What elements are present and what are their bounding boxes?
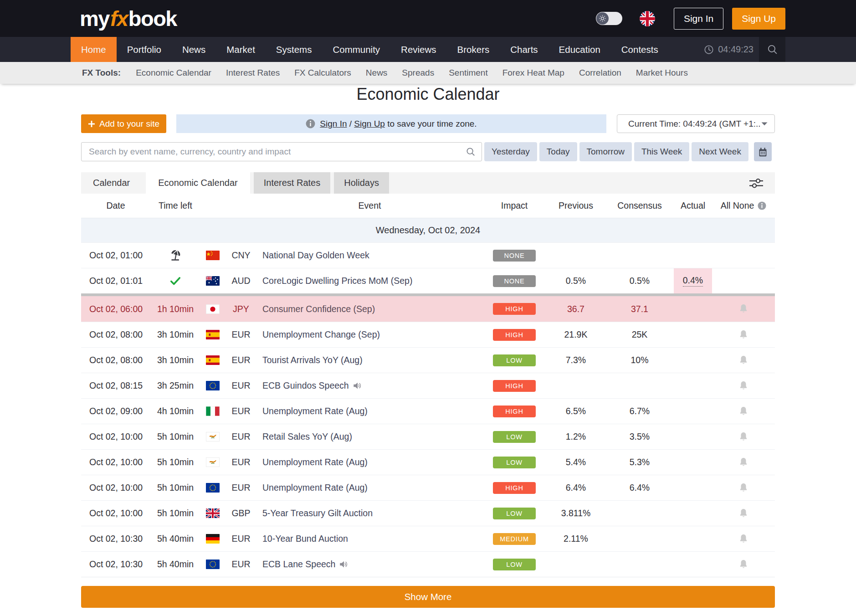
event-date: Oct 02, 10:00 <box>81 457 150 467</box>
impact-badge: HIGH <box>493 329 536 341</box>
impact-badge: NONE <box>493 275 536 287</box>
fx-tools-link-correlation[interactable]: Correlation <box>579 68 621 77</box>
banner-sign-up-link[interactable]: Sign Up <box>354 119 385 128</box>
nav-search-button[interactable] <box>759 37 785 62</box>
main-nav: HomePortfolioNewsMarketSystemsCommunityR… <box>0 37 856 62</box>
event-bell[interactable] <box>712 483 775 493</box>
event-time-left-label: 5h 40min <box>157 559 194 570</box>
sign-up-button[interactable]: Sign Up <box>732 8 785 30</box>
event-name[interactable]: Unemployment Rate (Aug) <box>257 406 482 416</box>
event-name-label: ECB Lane Speech <box>262 559 335 570</box>
timezone-select[interactable]: Current Time: 04:49:24 (GMT +1:... <box>617 114 775 133</box>
event-time-left: 5h 40min <box>150 559 200 570</box>
country-flag-jp <box>200 304 225 314</box>
info-icon <box>758 201 766 210</box>
event-name-label: ECB Guindos Speech <box>262 380 349 391</box>
event-name[interactable]: National Day Golden Week <box>257 250 482 261</box>
theme-toggle[interactable] <box>596 12 622 25</box>
event-bell[interactable] <box>712 534 775 544</box>
event-bell[interactable] <box>712 380 775 391</box>
event-consensus: 3.5% <box>605 431 674 442</box>
tab-calendar[interactable]: Calendar <box>81 172 142 194</box>
nav-item-community[interactable]: Community <box>322 37 390 62</box>
range-button-yesterday[interactable]: Yesterday <box>484 142 537 161</box>
range-button-today[interactable]: Today <box>539 142 577 161</box>
fx-tools-label: FX Tools: <box>82 68 121 78</box>
range-button-this-week[interactable]: This Week <box>634 142 689 161</box>
filter-button[interactable] <box>748 177 764 190</box>
event-bell[interactable] <box>712 355 775 366</box>
nav-item-news[interactable]: News <box>172 37 216 62</box>
event-row: Oct 02, 10:005h 10minEURUnemployment Rat… <box>81 449 775 475</box>
event-time-left: 5h 40min <box>150 534 200 544</box>
event-name[interactable]: Unemployment Rate (Aug) <box>257 483 482 493</box>
nav-item-charts[interactable]: Charts <box>500 37 548 62</box>
event-name[interactable]: ECB Lane Speech <box>257 559 482 570</box>
nav-item-home[interactable]: Home <box>71 37 117 62</box>
fx-tools-link-news[interactable]: News <box>366 68 388 77</box>
event-name[interactable]: Retail Sales YoY (Aug) <box>257 431 482 442</box>
add-to-site-button[interactable]: Add to your site <box>81 114 166 133</box>
holiday-umbrella-icon <box>169 249 182 262</box>
logo[interactable]: my fx book <box>80 6 177 31</box>
event-name[interactable]: ECB Guindos Speech <box>257 380 482 391</box>
nav-right: 04:49:23 <box>704 37 785 62</box>
event-currency: EUR <box>225 406 257 416</box>
fx-tools-link-spreads[interactable]: Spreads <box>402 68 434 77</box>
event-name[interactable]: Unemployment Change (Sep) <box>257 329 482 340</box>
nav-item-portfolio[interactable]: Portfolio <box>117 37 172 62</box>
banner-sign-in-link[interactable]: Sign In <box>320 119 347 128</box>
event-name[interactable]: CoreLogic Dwelling Prices MoM (Sep) <box>257 276 482 286</box>
bell-icon <box>738 457 748 468</box>
fx-tools-link-sentiment[interactable]: Sentiment <box>449 68 488 77</box>
tab-holidays[interactable]: Holidays <box>334 172 389 194</box>
fx-tools-link-fx-calculators[interactable]: FX Calculators <box>294 68 351 77</box>
event-bell[interactable] <box>712 406 775 417</box>
fx-tools-link-interest-rates[interactable]: Interest Rates <box>226 68 280 77</box>
search-input[interactable] <box>81 142 482 161</box>
event-date: Oct 02, 06:00 <box>81 304 150 314</box>
nav-item-education[interactable]: Education <box>548 37 611 62</box>
event-bell[interactable] <box>712 431 775 442</box>
event-name[interactable]: 10-Year Bund Auction <box>257 534 482 544</box>
show-more-button[interactable]: Show More <box>81 586 775 608</box>
event-name[interactable]: Tourist Arrivals YoY (Aug) <box>257 355 482 365</box>
event-impact: HIGH <box>482 303 546 315</box>
col-header-all-none[interactable]: All None <box>712 200 775 211</box>
tab-interest-rates[interactable]: Interest Rates <box>254 172 331 194</box>
event-name[interactable]: Unemployment Rate (Aug) <box>257 457 482 467</box>
logo-fx: fx <box>109 6 128 31</box>
fx-tools-link-market-hours[interactable]: Market Hours <box>636 68 688 77</box>
event-bell[interactable] <box>712 329 775 340</box>
sign-in-button[interactable]: Sign In <box>674 8 723 30</box>
language-flag-uk[interactable] <box>640 11 655 26</box>
nav-item-brokers[interactable]: Brokers <box>447 37 500 62</box>
event-actual <box>674 348 712 373</box>
date-group-row: Wednesday, Oct 02, 2024 <box>81 218 775 242</box>
nav-item-market[interactable]: Market <box>216 37 266 62</box>
event-name-label: Retail Sales YoY (Aug) <box>262 431 352 442</box>
event-bell[interactable] <box>712 303 775 314</box>
datepicker-button[interactable] <box>754 142 772 161</box>
range-button-tomorrow[interactable]: Tomorrow <box>579 142 632 161</box>
fx-tools-link-forex-heat-map[interactable]: Forex Heat Map <box>502 68 564 77</box>
country-flag-gb <box>200 508 225 518</box>
event-currency: JPY <box>225 304 257 314</box>
event-bell[interactable] <box>712 508 775 519</box>
bell-icon <box>738 508 748 519</box>
event-impact: NONE <box>482 275 546 287</box>
nav-item-contests[interactable]: Contests <box>611 37 669 62</box>
impact-badge: HIGH <box>493 406 536 417</box>
event-bell[interactable] <box>712 457 775 468</box>
event-name[interactable]: Consumer Confidence (Sep) <box>257 304 482 314</box>
event-name[interactable]: 5-Year Treasury Gilt Auction <box>257 508 482 518</box>
nav-item-systems[interactable]: Systems <box>266 37 323 62</box>
nav-time: 04:49:23 <box>718 44 753 55</box>
range-button-next-week[interactable]: Next Week <box>692 142 748 161</box>
nav-item-reviews[interactable]: Reviews <box>390 37 446 62</box>
tab-economic-calendar[interactable]: Economic Calendar <box>146 172 250 194</box>
event-bell[interactable] <box>712 559 775 570</box>
event-impact: HIGH <box>482 482 546 494</box>
fx-tools-link-economic-calendar[interactable]: Economic Calendar <box>136 68 211 77</box>
timezone-select-value: Current Time: 04:49:24 (GMT +1:... <box>628 119 761 129</box>
